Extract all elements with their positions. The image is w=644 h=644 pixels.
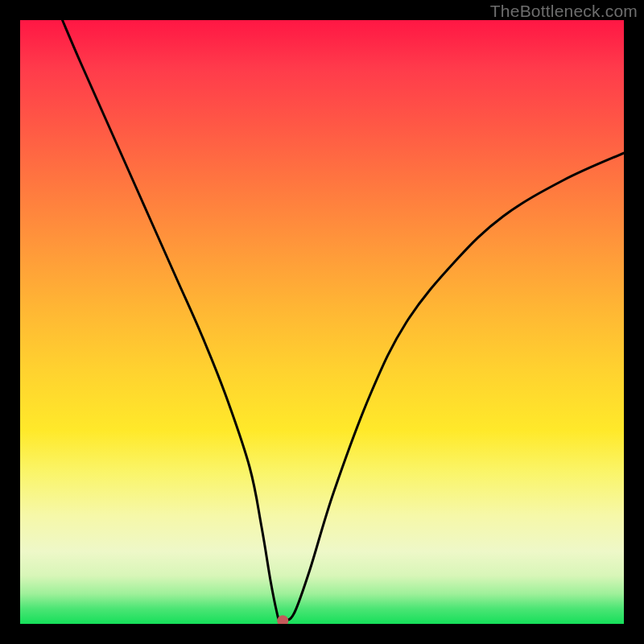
- plot-area: [20, 20, 624, 624]
- chart-svg: [20, 20, 624, 624]
- bottleneck-curve: [63, 20, 625, 622]
- watermark-text: TheBottleneck.com: [490, 2, 638, 21]
- chart-frame: TheBottleneck.com: [0, 0, 644, 644]
